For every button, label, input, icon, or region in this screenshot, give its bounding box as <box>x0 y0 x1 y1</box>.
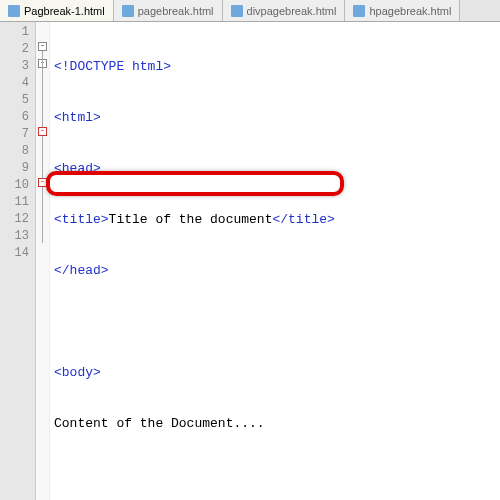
line-number: 12 <box>0 211 29 228</box>
tab-label: divpagebreak.html <box>247 5 337 17</box>
line-number: 11 <box>0 194 29 211</box>
code-line <box>54 466 500 483</box>
disk-icon <box>122 5 134 17</box>
code-line: <head> <box>54 160 500 177</box>
token-tag: </title> <box>272 212 334 227</box>
tab-pagebreak[interactable]: pagebreak.html <box>114 0 223 21</box>
tab-label: Pagbreak-1.html <box>24 5 105 17</box>
line-number: 2 <box>0 41 29 58</box>
token-tag: </head> <box>54 263 109 278</box>
token-text: Content of the Document.... <box>54 416 265 431</box>
fold-toggle-icon[interactable]: - <box>38 178 47 187</box>
editor-pane: Pagbreak-1.html pagebreak.html divpagebr… <box>0 0 500 500</box>
line-number: 3 <box>0 58 29 75</box>
tab-hpagebreak[interactable]: hpagebreak.html <box>345 0 460 21</box>
token-tag: <body> <box>54 365 101 380</box>
code-line: Content of the Document.... <box>54 415 500 432</box>
code-line: <html> <box>54 109 500 126</box>
fold-column: - - - - <box>36 22 50 500</box>
code-line <box>54 313 500 330</box>
disk-icon <box>231 5 243 17</box>
line-number: 13 <box>0 228 29 245</box>
token-text: Title of the document <box>109 212 273 227</box>
token-tag: <!DOCTYPE html> <box>54 59 171 74</box>
editor-content: 1 2 3 4 5 6 7 8 9 10 11 12 13 14 - - - -… <box>0 22 500 500</box>
tab-divpagebreak[interactable]: divpagebreak.html <box>223 0 346 21</box>
code-line: </head> <box>54 262 500 279</box>
line-number: 6 <box>0 109 29 126</box>
line-number: 4 <box>0 75 29 92</box>
line-number: 8 <box>0 143 29 160</box>
fold-toggle-icon[interactable]: - <box>38 42 47 51</box>
token-tag: <html> <box>54 110 101 125</box>
code-line: <title>Title of the document</title> <box>54 211 500 228</box>
code-line: <!DOCTYPE html> <box>54 58 500 75</box>
tab-bar: Pagbreak-1.html pagebreak.html divpagebr… <box>0 0 500 22</box>
line-number: 5 <box>0 92 29 109</box>
disk-icon <box>353 5 365 17</box>
line-number-gutter: 1 2 3 4 5 6 7 8 9 10 11 12 13 14 <box>0 22 36 500</box>
disk-icon <box>8 5 20 17</box>
line-number: 7 <box>0 126 29 143</box>
line-number: 9 <box>0 160 29 177</box>
fold-toggle-icon[interactable]: - <box>38 127 47 136</box>
line-number: 1 <box>0 24 29 41</box>
fold-line-icon <box>42 51 43 243</box>
token-tag: <title> <box>54 212 109 227</box>
tab-pagbreak-1[interactable]: Pagbreak-1.html <box>0 0 114 21</box>
tab-label: hpagebreak.html <box>369 5 451 17</box>
token-tag: <head> <box>54 161 101 176</box>
code-area[interactable]: <!DOCTYPE html> <html> <head> <title>Tit… <box>50 22 500 500</box>
tab-label: pagebreak.html <box>138 5 214 17</box>
line-number: 10 <box>0 177 29 194</box>
line-number: 14 <box>0 245 29 262</box>
code-line: <body> <box>54 364 500 381</box>
